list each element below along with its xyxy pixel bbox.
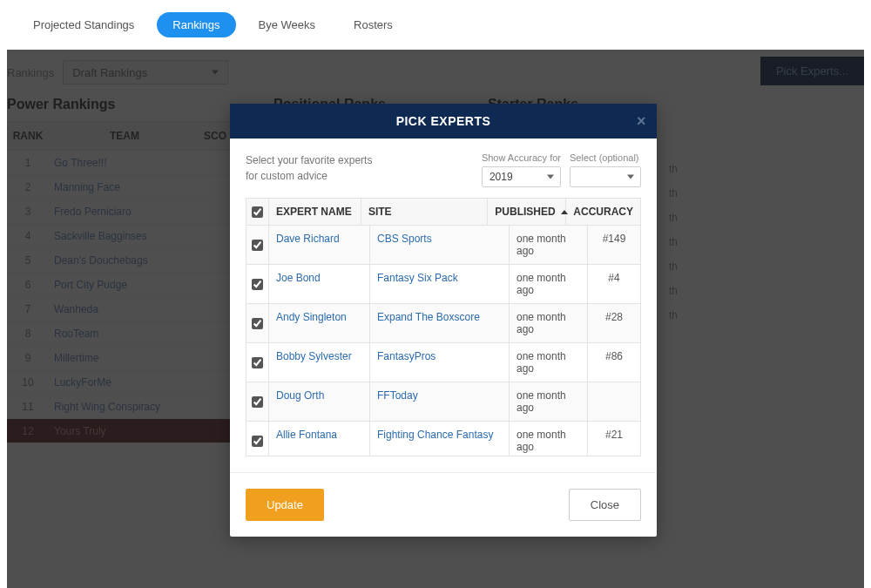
- expert-name-link[interactable]: Dave Richard: [276, 233, 340, 245]
- nav-bye-weeks[interactable]: Bye Weeks: [243, 12, 332, 37]
- close-icon[interactable]: ×: [637, 112, 646, 131]
- accuracy-cell: #4: [588, 265, 640, 303]
- published-cell: one month ago: [510, 304, 588, 342]
- nav-rankings[interactable]: Rankings: [157, 12, 235, 37]
- site-link[interactable]: CBS Sports: [377, 233, 432, 245]
- close-button[interactable]: Close: [569, 489, 641, 521]
- year-select[interactable]: 2019: [482, 166, 561, 187]
- row-checkbox-cell: [246, 265, 269, 303]
- expert-name-link[interactable]: Allie Fontana: [276, 429, 337, 441]
- row-checkbox[interactable]: [252, 436, 263, 447]
- row-checkbox-cell: [246, 382, 269, 421]
- accuracy-cell: #21: [588, 422, 640, 456]
- modal-desc-line1: Select your favorite experts: [246, 154, 372, 166]
- modal-top-row: Select your favorite experts for custom …: [246, 152, 641, 187]
- published-cell: one month ago: [510, 226, 588, 264]
- experts-grid: EXPERT NAME SITE PUBLISHED ACCURACY Dave…: [246, 198, 641, 456]
- published-cell: one month ago: [510, 343, 588, 382]
- row-checkbox[interactable]: [252, 240, 263, 251]
- nav-rosters[interactable]: Rosters: [338, 12, 408, 37]
- site-link[interactable]: Fantasy Six Pack: [377, 272, 458, 284]
- expert-name-cell: Joe Bond: [269, 265, 370, 303]
- experts-header: EXPERT NAME SITE PUBLISHED ACCURACY: [246, 199, 640, 226]
- expert-name-cell: Doug Orth: [269, 382, 370, 421]
- modal-footer: Update Close: [230, 472, 657, 537]
- row-checkbox-cell: [246, 304, 269, 342]
- modal-desc-line2: for custom advice: [246, 170, 327, 182]
- modal-body: Select your favorite experts for custom …: [230, 139, 657, 463]
- modal-description: Select your favorite experts for custom …: [246, 152, 469, 187]
- site-cell: Expand The Boxscore: [370, 304, 510, 342]
- expert-row: Bobby SylvesterFantasyProsone month ago#…: [246, 343, 640, 382]
- accuracy-cell: [588, 382, 640, 421]
- header-published-label: PUBLISHED: [495, 206, 555, 218]
- nav-projected-standings[interactable]: Projected Standings: [17, 12, 150, 37]
- site-cell: Fantasy Six Pack: [370, 265, 510, 303]
- optional-select[interactable]: [570, 166, 641, 187]
- site-cell: FantasyPros: [370, 343, 510, 382]
- expert-name-link[interactable]: Doug Orth: [276, 389, 324, 402]
- site-link[interactable]: FFToday: [377, 389, 418, 402]
- experts-body[interactable]: Dave RichardCBS Sportsone month ago#149J…: [246, 226, 640, 456]
- row-checkbox-cell: [246, 422, 269, 456]
- published-cell: one month ago: [510, 382, 588, 421]
- expert-row: Joe BondFantasy Six Packone month ago#4: [246, 265, 640, 304]
- row-checkbox[interactable]: [252, 357, 263, 368]
- published-cell: one month ago: [510, 422, 588, 456]
- published-cell: one month ago: [510, 265, 588, 303]
- modal-title: PICK EXPERTS: [396, 114, 491, 128]
- optional-select-group: Select (optional): [570, 152, 641, 187]
- site-cell: FFToday: [370, 382, 510, 421]
- expert-row: Doug OrthFFTodayone month ago: [246, 382, 640, 422]
- expert-row: Allie FontanaFighting Chance Fantasyone …: [246, 422, 640, 456]
- expert-name-cell: Bobby Sylvester: [269, 343, 370, 382]
- expert-name-link[interactable]: Andy Singleton: [276, 311, 347, 323]
- main-area: Rankings Draft Rankings Pick Experts... …: [7, 50, 864, 588]
- select-all-checkbox[interactable]: [252, 206, 263, 218]
- header-accuracy[interactable]: ACCURACY: [566, 199, 640, 225]
- select-optional-label: Select (optional): [570, 152, 641, 163]
- row-checkbox[interactable]: [252, 396, 263, 408]
- expert-name-link[interactable]: Bobby Sylvester: [276, 350, 352, 362]
- header-checkbox-cell: [246, 199, 269, 225]
- accuracy-cell: #86: [588, 343, 640, 382]
- show-accuracy-label: Show Accuracy for: [482, 152, 561, 163]
- modal-header: PICK EXPERTS ×: [230, 104, 657, 139]
- site-cell: Fighting Chance Fantasy: [370, 422, 510, 456]
- expert-name-cell: Dave Richard: [269, 226, 370, 264]
- accuracy-cell: #149: [588, 226, 640, 264]
- row-checkbox[interactable]: [252, 318, 263, 329]
- site-link[interactable]: FantasyPros: [377, 350, 436, 362]
- row-checkbox-cell: [246, 343, 269, 382]
- row-checkbox[interactable]: [252, 279, 263, 290]
- update-button[interactable]: Update: [246, 489, 324, 521]
- header-expert-name[interactable]: EXPERT NAME: [269, 199, 361, 225]
- expert-name-link[interactable]: Joe Bond: [276, 272, 321, 284]
- site-link[interactable]: Expand The Boxscore: [377, 311, 480, 323]
- site-cell: CBS Sports: [370, 226, 510, 264]
- row-checkbox-cell: [246, 226, 269, 264]
- expert-row: Andy SingletonExpand The Boxscoreone mon…: [246, 304, 640, 343]
- top-nav: Projected Standings Rankings Bye Weeks R…: [0, 0, 871, 50]
- modal-selects: Show Accuracy for 2019 Select (optional): [482, 152, 641, 187]
- expert-name-cell: Allie Fontana: [269, 422, 370, 456]
- expert-name-cell: Andy Singleton: [269, 304, 370, 342]
- header-published[interactable]: PUBLISHED: [488, 199, 566, 225]
- accuracy-year-group: Show Accuracy for 2019: [482, 152, 561, 187]
- pick-experts-modal: PICK EXPERTS × Select your favorite expe…: [230, 104, 657, 537]
- site-link[interactable]: Fighting Chance Fantasy: [377, 429, 493, 441]
- expert-row: Dave RichardCBS Sportsone month ago#149: [246, 226, 640, 265]
- accuracy-cell: #28: [588, 304, 640, 342]
- header-site[interactable]: SITE: [361, 199, 488, 225]
